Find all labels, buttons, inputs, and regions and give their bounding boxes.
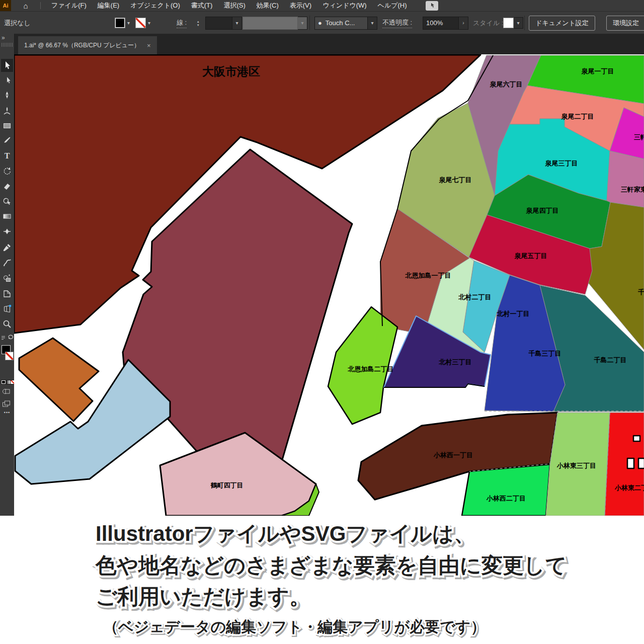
chevron-down-icon: ▾ (517, 20, 519, 26)
style-swatch[interactable] (503, 18, 514, 28)
map-title[interactable]: 大阪市港区 (202, 65, 260, 78)
spin-up-icon[interactable]: ▴ (197, 20, 199, 23)
tool-direct-selection[interactable] (1, 74, 13, 87)
region-label[interactable]: 小林西二丁目 (486, 495, 526, 502)
building-icon[interactable] (627, 458, 634, 468)
region-label[interactable]: 北村三丁目 (439, 358, 472, 366)
region-label[interactable]: 千 (638, 288, 644, 296)
document-setup-button[interactable]: ドキュメント設定 (529, 16, 595, 31)
preferences-button[interactable]: 環境設定 (606, 16, 644, 31)
menu-edit[interactable]: 編集(E) (98, 1, 119, 10)
stroke-weight-input[interactable] (205, 17, 232, 30)
stroke-color-swatch[interactable] (135, 18, 146, 28)
brush-definition-input[interactable] (243, 17, 298, 30)
menu-select[interactable]: 選択(S) (223, 1, 245, 10)
rotate-view-icon[interactable] (8, 333, 14, 342)
region-label[interactable]: 泉尾三丁目 (545, 159, 578, 167)
bullet-icon: ● (318, 19, 322, 27)
stroke-weight-dropdown[interactable]: ▾ (232, 17, 242, 30)
touch-workspace-icon[interactable] (426, 1, 438, 11)
region-label[interactable]: 三軒家東 (621, 186, 644, 193)
touch-type-dropdown[interactable]: ▾ (368, 17, 377, 30)
region-label[interactable]: 泉尾五丁目 (514, 252, 547, 260)
region-label[interactable]: 三軒 (634, 133, 644, 141)
fill-chevron-icon[interactable]: ▾ (127, 20, 130, 26)
region-label[interactable]: 北恩加島一丁目 (405, 272, 451, 279)
draw-mode-icon[interactable] (2, 387, 11, 397)
pen-icon (2, 91, 12, 101)
region-label[interactable]: 泉尾六丁目 (490, 80, 523, 88)
opacity-label[interactable]: 不透明度 : (382, 18, 412, 28)
tool-selection[interactable] (1, 59, 13, 72)
document-tab[interactable]: 1.ai* @ 66.67 %（RGB/CPU プレビュー） × (18, 36, 157, 54)
tool-rectangle[interactable] (1, 119, 13, 132)
style-dropdown[interactable]: ▾ (514, 17, 523, 29)
opacity-input[interactable]: 100% (423, 17, 459, 30)
tool-eraser[interactable] (1, 180, 13, 193)
region-label[interactable]: 泉尾一丁目 (581, 67, 614, 75)
tool-rotate[interactable] (1, 165, 13, 178)
tool-curvature[interactable] (1, 104, 13, 117)
menu-view[interactable]: 表示(V) (290, 1, 311, 10)
region-label[interactable]: 小林東三丁目 (556, 462, 596, 469)
stroke-chevron-icon[interactable]: ▾ (148, 20, 150, 26)
region-kobayashi-nishi-2[interactable] (462, 464, 550, 516)
panel-grip[interactable] (2, 43, 13, 47)
region-tsurumachi-4[interactable] (160, 433, 316, 516)
menu-effect[interactable]: 効果(C) (257, 1, 279, 10)
tool-zoom[interactable] (1, 317, 13, 331)
home-icon[interactable]: ⌂ (18, 2, 33, 10)
region-label[interactable]: 北村二丁目 (458, 293, 492, 301)
screen-mode-icon[interactable] (2, 400, 11, 410)
panel-collapse-icon[interactable]: » (2, 34, 5, 41)
selection-status: 選択なし (4, 19, 31, 28)
region-label[interactable]: 泉尾二丁目 (561, 113, 594, 120)
region-label[interactable]: 北恩加島二丁目 (348, 365, 394, 373)
more-tools-icon[interactable]: ••• (0, 410, 14, 415)
tool-symbol-sprayer[interactable] (1, 256, 13, 269)
region-label[interactable]: 鶴町四丁目 (210, 481, 244, 489)
region-label[interactable]: 小林西一丁目 (433, 451, 473, 459)
tool-shaper[interactable] (1, 195, 13, 208)
artboard-canvas[interactable]: 大阪市港区 鶴町四丁目 泉尾六丁目 泉尾一丁目 泉尾二丁目 三軒 泉尾三丁目 三… (14, 54, 644, 516)
tool-type[interactable]: T (1, 149, 13, 163)
chevron-down-icon: ▾ (371, 20, 373, 26)
stroke-weight-stepper[interactable]: ▴ ▾ (197, 20, 199, 27)
region-orange-parcel[interactable] (19, 338, 99, 421)
region-label[interactable]: 北村一丁目 (497, 310, 530, 317)
tab-close-icon[interactable]: × (147, 42, 151, 49)
app-logo-icon[interactable]: Ai (0, 0, 11, 11)
stroke-weight-label[interactable]: 線 : (177, 18, 187, 28)
shape-builder-icon (2, 274, 12, 284)
tool-gradient[interactable] (1, 210, 13, 223)
opacity-expand-button[interactable]: › (459, 17, 468, 30)
region-label[interactable]: 千島三丁目 (529, 350, 561, 357)
brush-definition-dropdown[interactable]: ▾ (298, 17, 307, 30)
menu-window[interactable]: ウィンドウ(W) (323, 1, 366, 10)
stroke-none-indicator[interactable] (5, 352, 14, 360)
tool-eyedropper[interactable] (1, 241, 13, 254)
menu-file[interactable]: ファイル(F) (51, 1, 87, 10)
fill-color-swatch[interactable] (115, 18, 125, 28)
tool-paintbrush[interactable] (1, 134, 13, 147)
menu-type[interactable]: 書式(T) (191, 1, 213, 10)
menu-object[interactable]: オブジェクト(O) (130, 1, 180, 10)
tool-pen[interactable] (1, 89, 13, 102)
eraser-icon (2, 181, 12, 191)
building-icon[interactable] (633, 436, 640, 441)
touch-type-select[interactable]: ● Touch C... (314, 17, 368, 30)
spin-down-icon[interactable]: ▾ (197, 23, 199, 27)
region-label[interactable]: 千島二丁目 (594, 356, 627, 364)
edit-toolbar-icon[interactable] (1, 334, 7, 343)
region-label[interactable]: 泉尾七丁目 (439, 176, 472, 184)
region-sangenya-east[interactable] (607, 151, 644, 207)
building-icon[interactable] (638, 458, 644, 468)
tool-artboard[interactable] (1, 287, 13, 300)
tool-perspective-grid[interactable] (1, 302, 13, 315)
chevron-down-icon: ▾ (301, 20, 303, 26)
menu-help[interactable]: ヘルプ(H) (378, 1, 407, 10)
region-label[interactable]: 泉尾四丁目 (526, 207, 559, 214)
tool-width[interactable] (1, 225, 13, 238)
tool-shape-builder[interactable] (1, 272, 13, 285)
region-label[interactable]: 小林東二丁 (614, 484, 644, 492)
